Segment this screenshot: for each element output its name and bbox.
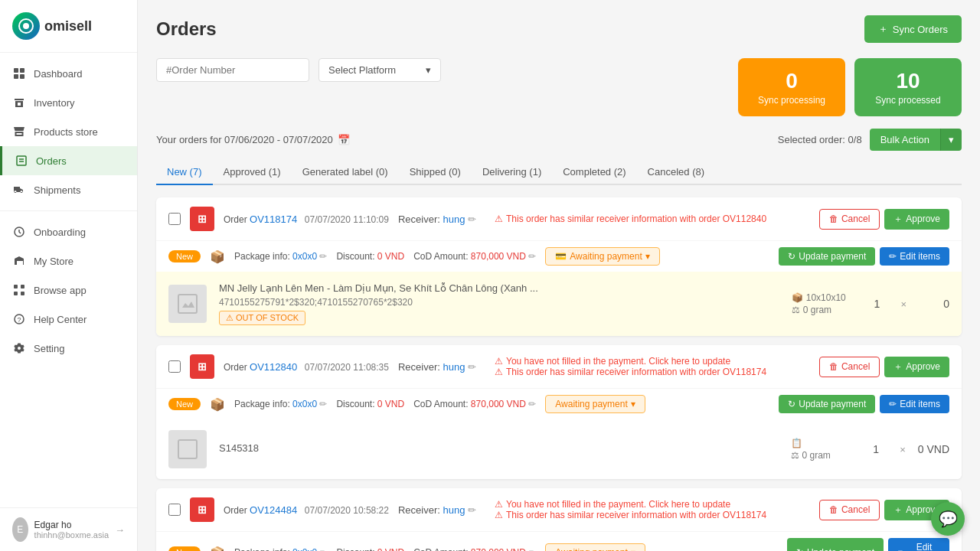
platform-icon-3: ⊞ xyxy=(190,497,214,522)
products-store-icon xyxy=(12,125,26,139)
platform-select[interactable]: Select Platform ▾ xyxy=(318,58,441,82)
order-header-2: ⊞ Order OV112840 07/07/2020 11:08:35 Rec… xyxy=(156,345,962,389)
sidebar: omisell Dashboard Inventory Products sto… xyxy=(0,0,138,551)
cancel-button-2[interactable]: 🗑 Cancel xyxy=(819,357,880,377)
badge-new-2: New xyxy=(168,398,201,410)
receiver-2[interactable]: hung xyxy=(443,361,465,373)
badge-new-3: New xyxy=(168,546,201,551)
discount-3: 0 VND xyxy=(377,547,404,551)
order-card-1: ⊞ Order OV118174 07/07/2020 11:10:09 Rec… xyxy=(156,197,962,336)
warning-icon-1: ⚠ xyxy=(495,214,503,224)
update-payment-btn-3[interactable]: ↻ Update payment xyxy=(787,538,884,551)
cancel-button-3[interactable]: 🗑 Cancel xyxy=(819,500,880,520)
cancel-button-1[interactable]: 🗑 Cancel xyxy=(819,209,880,230)
sync-processed-label: Sync processed xyxy=(873,95,943,106)
receiver-3[interactable]: hung xyxy=(443,504,465,516)
tab-new[interactable]: New (7) xyxy=(156,160,213,185)
sidebar-item-orders[interactable]: Orders xyxy=(0,146,137,175)
sidebar-item-my-store[interactable]: My Store xyxy=(0,246,137,276)
svg-point-1 xyxy=(23,23,29,29)
edit-cod-icon-1[interactable]: ✏ xyxy=(528,251,536,262)
package-link-3[interactable]: 0x0x0 xyxy=(292,547,317,551)
order-actions-1: 🗑 Cancel ＋ Approve xyxy=(819,209,949,230)
order-time-3: 07/07/2020 10:58:22 xyxy=(305,505,389,516)
svg-rect-5 xyxy=(20,74,24,79)
order-date-range: Your orders for 07/06/2020 - 07/07/2020 … xyxy=(156,134,350,145)
edit-receiver-icon-2[interactable]: ✏ xyxy=(468,361,476,373)
order-subrow-1: New 📦 Package info: 0x0x0 ✏ Discount: 0 … xyxy=(156,241,962,272)
selected-order-label: Selected order: 0/8 xyxy=(778,134,862,145)
sidebar-label-help-center: Help Center xyxy=(34,314,87,325)
sidebar-item-products-store[interactable]: Products store xyxy=(0,117,137,146)
tab-approved[interactable]: Approved (1) xyxy=(213,160,292,185)
order-checkbox-3[interactable] xyxy=(168,504,181,516)
tab-generated-label[interactable]: Generated label (0) xyxy=(292,160,399,185)
order-id-3[interactable]: OV124484 xyxy=(250,504,297,516)
warning-2a: ⚠ You have not filled in the payment. Cl… xyxy=(495,356,801,367)
order-id-2[interactable]: OV112840 xyxy=(250,361,297,373)
warning-3a: ⚠ You have not filled in the payment. Cl… xyxy=(495,499,801,510)
chevron-payment-2: ▾ xyxy=(631,399,635,409)
chat-bubble[interactable]: 💬 xyxy=(931,502,965,536)
tab-delivering[interactable]: Delivering (1) xyxy=(472,160,552,185)
sync-processing-label: Sync processing xyxy=(756,95,827,106)
order-checkbox-2[interactable] xyxy=(168,360,181,373)
onboarding-icon xyxy=(12,225,26,239)
edit-items-btn-1[interactable]: ✏ Edit items xyxy=(880,247,949,266)
svg-rect-11 xyxy=(21,285,24,289)
order-number-input[interactable] xyxy=(156,58,309,82)
awaiting-payment-btn-3[interactable]: Awaiting payment ▾ xyxy=(545,543,645,551)
trash-icon-2: 🗑 xyxy=(829,361,838,372)
edit-receiver-icon-3[interactable]: ✏ xyxy=(468,504,476,516)
product-name-1: MN Jelly Lạnh Lên Men - Làm Dịu Mụn, Se … xyxy=(219,282,779,294)
awaiting-payment-btn-2[interactable]: Awaiting payment ▾ xyxy=(545,395,645,413)
sidebar-item-setting[interactable]: Setting xyxy=(0,334,137,363)
calendar-icon[interactable]: 📅 xyxy=(338,134,350,145)
out-of-stock-badge-1: ⚠ OUT OF STOCK xyxy=(219,311,305,325)
sidebar-item-shipments[interactable]: Shipments xyxy=(0,175,137,204)
sidebar-item-browse-app[interactable]: Browse app xyxy=(0,276,137,305)
order-id-1[interactable]: OV118174 xyxy=(250,214,297,225)
edit-package-icon-2[interactable]: ✏ xyxy=(319,399,327,409)
sidebar-item-inventory[interactable]: Inventory xyxy=(0,88,137,117)
svg-rect-6 xyxy=(17,156,26,165)
tab-shipped[interactable]: Shipped (0) xyxy=(399,160,472,185)
shipments-icon xyxy=(12,183,26,197)
update-payment-btn-2[interactable]: ↻ Update payment xyxy=(779,395,875,413)
logout-icon[interactable]: → xyxy=(115,524,125,536)
sidebar-label-orders: Orders xyxy=(36,155,67,167)
sidebar-item-help-center[interactable]: ? Help Center xyxy=(0,305,137,334)
approve-button-2[interactable]: ＋ Approve xyxy=(884,357,949,377)
edit-cod-icon-2[interactable]: ✏ xyxy=(528,399,536,409)
approve-button-1[interactable]: ＋ Approve xyxy=(884,209,949,230)
warning-icon-2b: ⚠ xyxy=(495,367,503,377)
sidebar-user-area: E Edgar ho thinhn@boxme.asia → xyxy=(0,507,137,551)
edit-items-btn-2[interactable]: ✏ Edit items xyxy=(880,395,949,413)
order-tabs: New (7) Approved (1) Generated label (0)… xyxy=(156,160,962,185)
edit-cod-icon-3[interactable]: ✏ xyxy=(528,547,536,551)
awaiting-payment-btn-1[interactable]: 💳 Awaiting payment ▾ xyxy=(545,247,660,266)
sync-orders-button[interactable]: ＋ Sync Orders xyxy=(864,15,962,43)
edit-package-icon-1[interactable]: ✏ xyxy=(319,251,327,262)
tab-canceled[interactable]: Canceled (8) xyxy=(637,160,715,185)
update-payment-btn-1[interactable]: ↻ Update payment xyxy=(779,247,875,266)
package-link-1[interactable]: 0x0x0 xyxy=(292,251,317,262)
edit-receiver-icon-1[interactable]: ✏ xyxy=(468,214,476,225)
sidebar-item-dashboard[interactable]: Dashboard xyxy=(0,59,137,88)
tab-completed[interactable]: Completed (2) xyxy=(552,160,636,185)
bulk-action-arrow[interactable]: ▾ xyxy=(940,129,962,151)
dashboard-icon xyxy=(12,67,26,80)
package-link-2[interactable]: 0x0x0 xyxy=(292,399,317,409)
bulk-action-button[interactable]: Bulk Action xyxy=(870,129,940,151)
edit-items-btn-3[interactable]: ✏ Edit items xyxy=(888,538,949,551)
package-icon-3: 📦 xyxy=(210,546,225,552)
product-row-2: S145318 📋 ⚖ 0 gram 1 × 0 VND xyxy=(156,419,962,479)
sync-plus-icon: ＋ xyxy=(878,22,888,36)
sidebar-item-onboarding[interactable]: Onboarding xyxy=(0,217,137,246)
edit-icon-3: ✏ xyxy=(897,547,905,551)
edit-package-icon-3[interactable]: ✏ xyxy=(319,547,327,551)
order-checkbox-1[interactable] xyxy=(168,213,181,225)
receiver-1[interactable]: hung xyxy=(443,214,465,225)
browse-app-icon xyxy=(12,283,26,297)
order-subrow-2: New 📦 Package info: 0x0x0 ✏ Discount: 0 … xyxy=(156,389,962,419)
